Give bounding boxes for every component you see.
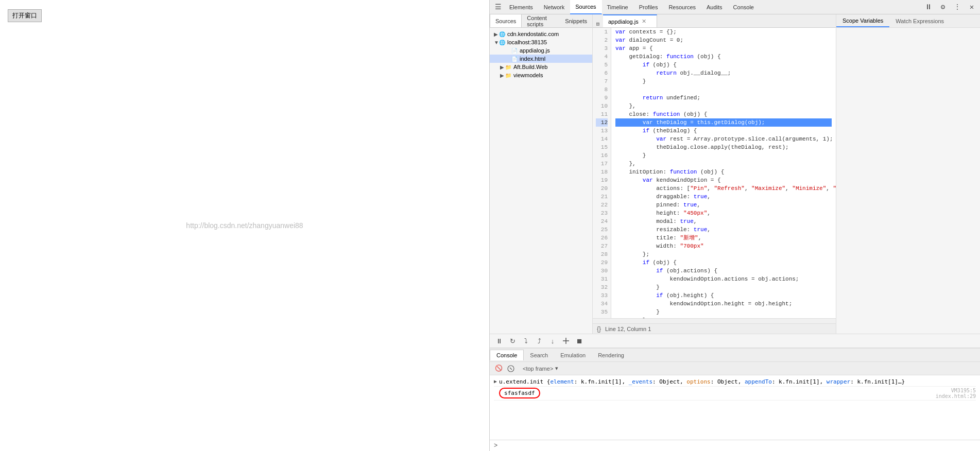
- code-with-watch: ⊞ appdialog.js ✕ 1 2 3 4 5: [593, 14, 980, 334]
- customize-icon[interactable]: ⋮: [951, 1, 964, 13]
- tab-console[interactable]: Console: [728, 0, 760, 14]
- frame-label: <top frame>: [523, 366, 553, 372]
- tree-item-aft-build[interactable]: ▶ 📁 Aft.Build.Web: [490, 63, 592, 71]
- console-tab[interactable]: Console: [490, 350, 524, 360]
- tab-resources[interactable]: Resources: [663, 0, 701, 14]
- debug-toolbar: ⏸ ↻ ⤵ ⤴ ↓ ⏹: [490, 334, 980, 348]
- settings-icon[interactable]: ⚙: [937, 1, 949, 13]
- sources-tab-sources[interactable]: Sources: [490, 14, 522, 27]
- line-num-23: 23: [596, 209, 608, 217]
- line-num-8: 8: [596, 85, 608, 94]
- line-num-29: 29: [596, 258, 608, 267]
- code-line-26: title: "新增",: [615, 234, 832, 242]
- clear-console-icon[interactable]: 🚫: [494, 364, 503, 373]
- console-toolbar: 🚫 <top frame> ▾: [490, 362, 980, 375]
- watch-expressions-tab[interactable]: Watch Expressions: [889, 14, 950, 27]
- code-line-29: if (obj) {: [615, 258, 832, 267]
- tab-label: appdialog.js: [608, 19, 639, 25]
- svg-line-3: [510, 368, 512, 370]
- line-num-28: 28: [596, 250, 608, 258]
- console-content: ▶ u.extend.init {element: k.fn.init[1], …: [490, 375, 980, 440]
- pause-button[interactable]: ⏸: [494, 336, 504, 346]
- code-line-8: [615, 85, 832, 94]
- scope-variables-tab[interactable]: Scope Variables: [836, 14, 889, 27]
- tree-item-indexhtml[interactable]: 📄 index.html: [490, 55, 592, 63]
- expand-arrow[interactable]: ▶: [494, 378, 497, 384]
- rendering-tab[interactable]: Rendering: [592, 350, 630, 360]
- tab-profiles[interactable]: Profiles: [634, 0, 664, 14]
- tree-item-appdialogjs[interactable]: 📄 appdialog.js: [490, 46, 592, 55]
- folder-icon: 📁: [505, 73, 512, 78]
- code-line-25: resizable: true,: [615, 226, 832, 234]
- frame-dropdown-icon: ▾: [555, 365, 558, 372]
- console-output-circled: sfasfasdf: [499, 388, 540, 398]
- tree-label: viewmodels: [513, 72, 543, 78]
- tree-item-viewmodels[interactable]: ▶ 📁 viewmodels: [490, 71, 592, 79]
- pause-on-exceptions-icon[interactable]: ⏸: [922, 1, 935, 13]
- tree-label: cdn.kendostatic.com: [507, 31, 559, 37]
- code-area: ⊞ appdialog.js ✕ 1 2 3 4 5: [593, 14, 836, 334]
- console-entry-1: ▶ u.extend.init {element: k.fn.init[1], …: [494, 377, 976, 387]
- code-line-28: };: [615, 250, 832, 258]
- sources-tab-snippets[interactable]: Snippets: [560, 14, 592, 27]
- code-line-24: modal: true,: [615, 217, 832, 226]
- tree-label: appdialog.js: [520, 47, 550, 54]
- deactivate-breakpoints-button[interactable]: ⏹: [574, 336, 584, 346]
- sources-tab-content-scripts[interactable]: Content scripts: [522, 14, 560, 27]
- tab-audits[interactable]: Audits: [701, 0, 728, 14]
- tab-elements[interactable]: Elements: [504, 0, 539, 14]
- code-line-7: }: [615, 77, 832, 85]
- inspect-icon[interactable]: ☰: [492, 1, 504, 13]
- line-num-21: 21: [596, 193, 608, 201]
- code-line-5: if (obj) {: [615, 61, 832, 69]
- line-num-2: 2: [596, 36, 608, 44]
- tab-network[interactable]: Network: [539, 0, 570, 14]
- close-icon[interactable]: ✕: [966, 1, 978, 13]
- step-into-button[interactable]: ⤵: [521, 336, 531, 346]
- status-bar: {} Line 12, Column 1: [593, 323, 836, 334]
- code-line-2: var dialogCount = 0;: [615, 36, 832, 44]
- line-num-3: 3: [596, 44, 608, 53]
- watermark: http://blog.csdn.net/zhangyuanwei88: [186, 221, 303, 230]
- bottom-panel: Console Search Emulation Rendering 🚫 <to…: [490, 348, 980, 451]
- frame-selector[interactable]: <top frame> ▾: [523, 365, 558, 372]
- tab-sources[interactable]: Sources: [570, 0, 601, 14]
- html-file-icon: 📄: [511, 56, 519, 62]
- tab-timeline[interactable]: Timeline: [602, 0, 634, 14]
- code-line-4: getDialog: function (obj) {: [615, 53, 832, 61]
- devtools-content: Sources Content scripts Snippets ▶ 🌐 cdn…: [490, 14, 980, 451]
- console-entry-text: u.extend.init {element: k.fn.init[1], _e…: [499, 378, 976, 385]
- search-tab[interactable]: Search: [524, 350, 554, 360]
- entry-arrow: [494, 388, 497, 393]
- line-num-7: 7: [596, 77, 608, 85]
- format-icon[interactable]: {}: [597, 325, 601, 333]
- code-line-20: actions: ["Pin", "Refresh", "Maximize", …: [615, 184, 832, 193]
- line-num-4: 4: [596, 53, 608, 61]
- step-out-button[interactable]: ⤴: [534, 336, 544, 346]
- line-num-20: 20: [596, 184, 608, 193]
- line-numbers: 1 2 3 4 5 6 7 8 9 10 11 12 13: [593, 28, 611, 318]
- code-scrollbar[interactable]: [593, 318, 836, 323]
- split-icon[interactable]: ⊞: [593, 21, 603, 27]
- code-line-19: var kendowindOption = {: [615, 176, 832, 184]
- tree-label: index.html: [520, 56, 545, 62]
- tree-item-localhost[interactable]: ▼ 🌐 localhost:38135: [490, 38, 592, 46]
- line-num-27: 27: [596, 242, 608, 250]
- toggle-breakpoints-button[interactable]: [561, 336, 571, 346]
- step-button[interactable]: ↓: [547, 336, 558, 346]
- filter-console-icon[interactable]: [506, 364, 515, 373]
- console-source[interactable]: VM3195:5index.html:29: [936, 388, 976, 399]
- code-tab-appdialogjs[interactable]: appdialog.js ✕: [603, 14, 657, 27]
- line-num-9: 9: [596, 94, 608, 102]
- tree-item-cdn[interactable]: ▶ 🌐 cdn.kendostatic.com: [490, 30, 592, 38]
- step-over-button[interactable]: ↻: [507, 336, 518, 346]
- open-window-button[interactable]: 打开窗口: [8, 9, 42, 22]
- tree-arrow: ▶: [500, 73, 505, 78]
- console-input-area: >: [490, 440, 980, 451]
- tree-label: Aft.Build.Web: [513, 64, 547, 70]
- tree-arrow: [506, 56, 511, 62]
- emulation-tab[interactable]: Emulation: [554, 350, 592, 360]
- code-line-9: return undefined;: [615, 94, 832, 102]
- close-tab-icon[interactable]: ✕: [642, 18, 646, 25]
- console-input[interactable]: [501, 442, 976, 449]
